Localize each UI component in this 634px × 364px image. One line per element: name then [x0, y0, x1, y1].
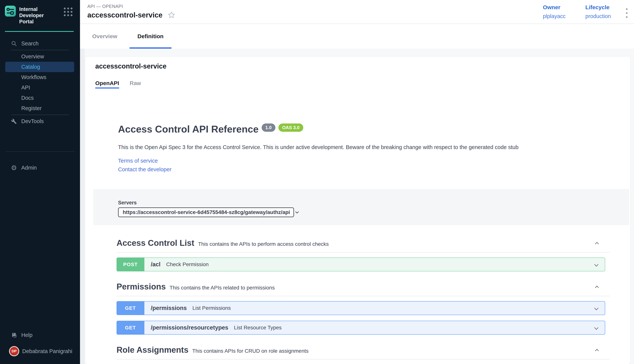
chevron-down-icon: [294, 210, 300, 215]
nav-divider: [11, 114, 69, 115]
sidebar-item-label: API: [21, 84, 30, 91]
section-divider: [116, 252, 610, 252]
brand-title: Internal Developer Portal: [19, 6, 55, 25]
sidebar-item-search[interactable]: Search: [0, 38, 80, 49]
avatar: DP: [10, 347, 18, 356]
sidebar-item-docs[interactable]: Docs: [0, 93, 80, 103]
sidebar-item-help[interactable]: ? Help: [0, 330, 80, 340]
section-header[interactable]: Access Control List This contains the AP…: [116, 238, 610, 248]
operation-summary: List Permissions: [192, 305, 231, 311]
operation-row[interactable]: GET /permissions List Permissions: [116, 301, 605, 315]
chevron-up-icon[interactable]: [594, 240, 600, 246]
section-subtitle: This contains APIs for CRUD on role assi…: [192, 348, 308, 354]
logo-circuit-icon: [5, 6, 16, 16]
wrench-icon: [11, 118, 17, 124]
user-menu[interactable]: DP Debabrata Panigrahi: [0, 346, 80, 357]
svg-text:?: ?: [12, 333, 14, 336]
section-subtitle: This contains the APIs related to permis…: [170, 285, 275, 291]
gear-icon: ⚙: [11, 164, 17, 171]
section-role-assignments: Role Assignments This contains APIs for …: [116, 345, 610, 364]
section-title[interactable]: Access Control List: [116, 238, 194, 248]
sidebar-item-workflows[interactable]: Workflows: [0, 72, 80, 82]
chevron-up-icon[interactable]: [594, 347, 600, 354]
section-divider: [116, 296, 610, 296]
app-grid-icon[interactable]: [64, 8, 72, 16]
chevron-up-icon[interactable]: [594, 284, 600, 290]
sidebar-item-label: Help: [21, 332, 32, 338]
sidebar: Internal Developer Portal Search Overvie…: [0, 0, 80, 364]
api-info: Access Control API Reference 1.0 OAS 3.0…: [118, 124, 608, 173]
tab-openapi[interactable]: OpenAPI: [95, 80, 119, 88]
operation-row[interactable]: GET /permissions/resourcetypes List Reso…: [116, 321, 605, 335]
sidebar-item-admin[interactable]: ⚙ Admin: [0, 162, 80, 173]
version-badge: 1.0: [262, 124, 276, 132]
method-badge: GET: [116, 321, 144, 335]
terms-of-service-link[interactable]: Terms of service: [118, 157, 158, 164]
nav-divider: [11, 50, 69, 50]
app-logo: [5, 6, 16, 16]
chevron-down-icon[interactable]: [593, 325, 600, 332]
chevron-down-icon[interactable]: [593, 305, 600, 312]
operation-path: /acl: [151, 261, 160, 268]
sidebar-item-api[interactable]: API: [0, 82, 80, 93]
sidebar-nav: Search Overview Catalog Workflows API Do…: [0, 32, 80, 126]
search-icon: [11, 40, 17, 46]
sidebar-item-catalog[interactable]: Catalog: [5, 62, 74, 72]
sidebar-item-label: Overview: [21, 54, 44, 60]
favorite-star-icon[interactable]: [167, 11, 176, 19]
lifecycle-value: production: [586, 13, 611, 20]
sidebar-item-label: Workflows: [21, 74, 46, 80]
operation-path: /permissions: [151, 305, 187, 312]
sidebar-item-overview[interactable]: Overview: [0, 52, 80, 62]
main-area: API — OPENAPI accesscontrol-service Owne…: [80, 0, 634, 364]
api-description: This is the Open Api Spec 3 for the Acce…: [118, 144, 608, 150]
kebab-menu-icon[interactable]: [622, 4, 631, 22]
sidebar-item-label: Search: [21, 40, 38, 47]
page-header: API — OPENAPI accesscontrol-service Owne…: [80, 0, 634, 24]
operation-summary: Check Permission: [166, 262, 209, 268]
user-name: Debabrata Panigrahi: [22, 348, 72, 354]
sidebar-item-label: Admin: [21, 165, 37, 171]
section-permissions: Permissions This contains the APIs relat…: [116, 282, 610, 335]
sidebar-item-register[interactable]: Register: [0, 103, 80, 114]
section-access-control-list: Access Control List This contains the AP…: [116, 238, 610, 272]
tab-raw[interactable]: Raw: [130, 80, 141, 88]
page-title: accesscontrol-service: [87, 11, 162, 19]
section-title[interactable]: Role Assignments: [116, 345, 188, 354]
section-header[interactable]: Permissions This contains the APIs relat…: [116, 282, 610, 292]
chevron-down-icon[interactable]: [593, 262, 600, 269]
content-area: accesscontrol-service OpenAPI Raw Access…: [80, 48, 634, 364]
breadcrumb: API — OPENAPI: [87, 4, 176, 9]
sidebar-section-divider: [5, 151, 75, 152]
sidebar-item-label: Docs: [21, 95, 34, 101]
method-badge: GET: [116, 301, 144, 315]
operation-summary: List Resource Types: [234, 325, 282, 331]
help-chat-icon: ?: [11, 332, 17, 338]
brand: Internal Developer Portal: [0, 0, 80, 25]
sidebar-item-devtools[interactable]: DevTools: [0, 116, 80, 126]
owner-block: Owner plplayacc: [543, 4, 566, 24]
card-title: accesscontrol-service: [95, 62, 630, 70]
owner-link[interactable]: plplayacc: [543, 13, 566, 20]
server-select[interactable]: https://accesscontrol-service-6d45755484…: [118, 208, 294, 217]
contact-developer-link[interactable]: Contact the developer: [118, 166, 172, 173]
tab-definition[interactable]: Definition: [130, 24, 172, 48]
operation-path: /permissions/resourcetypes: [151, 324, 228, 331]
lifecycle-block: Lifecycle production: [586, 4, 611, 24]
section-header[interactable]: Role Assignments This contains APIs for …: [116, 345, 610, 355]
servers-panel: Servers https://accesscontrol-service-6d…: [93, 189, 629, 225]
method-badge: POST: [116, 258, 144, 272]
content-scrollbar[interactable]: [80, 48, 84, 364]
definition-card: accesscontrol-service OpenAPI Raw Access…: [85, 57, 630, 364]
definition-format-tabs: OpenAPI Raw: [95, 80, 630, 88]
section-subtitle: This contains the APIs to perform access…: [198, 241, 329, 247]
entity-tabs: Overview Definition: [80, 24, 634, 48]
section-title[interactable]: Permissions: [116, 282, 166, 291]
tab-overview[interactable]: Overview: [84, 24, 126, 48]
operation-row[interactable]: POST /acl Check Permission: [116, 258, 605, 272]
api-sections: Access Control List This contains the AP…: [116, 238, 610, 364]
sidebar-item-label: Register: [21, 105, 42, 112]
sidebar-item-label: Catalog: [21, 64, 40, 70]
section-divider: [116, 359, 610, 360]
api-title: Access Control API Reference: [118, 124, 259, 135]
